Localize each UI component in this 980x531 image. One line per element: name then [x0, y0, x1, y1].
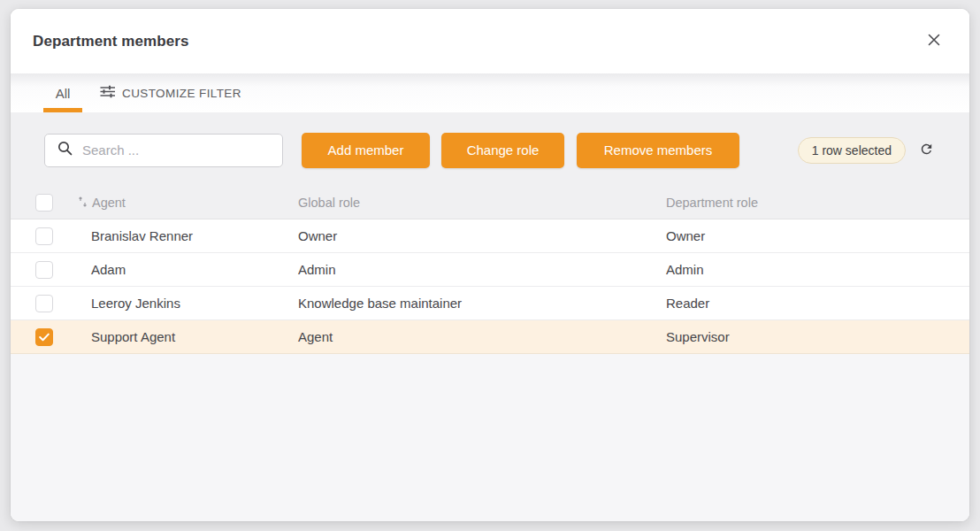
sort-icon [78, 196, 88, 210]
cell-agent: Branislav Renner [91, 228, 298, 243]
dialog-header: Department members [11, 9, 969, 73]
column-header-agent-label: Agent [92, 196, 126, 210]
add-member-button[interactable]: Add member [302, 133, 430, 168]
remove-members-button[interactable]: Remove members [577, 133, 739, 168]
cell-global-role: Owner [298, 228, 666, 243]
row-checkbox[interactable] [35, 328, 53, 346]
tune-icon [100, 85, 115, 101]
table-row[interactable]: Adam Admin Admin [11, 253, 969, 287]
select-all-checkbox[interactable] [35, 194, 53, 212]
toolbar-area: Add member Change role Remove members 1 … [11, 112, 969, 186]
change-role-button[interactable]: Change role [441, 133, 564, 168]
cell-agent: Support Agent [91, 329, 298, 344]
cell-department-role: Supervisor [666, 329, 969, 344]
table-row[interactable]: Branislav Renner Owner Owner [11, 219, 969, 253]
search-icon [57, 140, 73, 160]
cell-global-role: Agent [298, 329, 666, 344]
refresh-button[interactable] [916, 141, 936, 160]
dialog-title: Department members [33, 33, 189, 50]
cell-department-role: Owner [666, 228, 969, 243]
cell-department-role: Admin [666, 262, 969, 277]
column-header-department-role: Department role [666, 196, 969, 210]
table-empty-area [11, 354, 969, 521]
department-members-dialog: Department members All CUSTOMIZE FILTER [11, 9, 969, 521]
table-body: Branislav Renner Owner Owner Adam Admin … [11, 219, 969, 354]
row-checkbox[interactable] [35, 227, 53, 245]
cell-department-role: Reader [666, 296, 969, 311]
row-checkbox[interactable] [35, 295, 53, 312]
table-row[interactable]: Leeroy Jenkins Knowledge base maintainer… [11, 287, 969, 320]
search-input[interactable] [82, 142, 273, 158]
column-header-agent[interactable]: Agent [78, 196, 298, 210]
row-checkbox[interactable] [35, 261, 53, 279]
cell-agent: Leeroy Jenkins [91, 296, 298, 311]
tab-all[interactable]: All [43, 73, 82, 112]
tab-customize-filter-label: CUSTOMIZE FILTER [122, 87, 241, 100]
table-row[interactable]: Support Agent Agent Supervisor [11, 320, 969, 354]
tab-bar: All CUSTOMIZE FILTER [11, 73, 969, 112]
tab-customize-filter[interactable]: CUSTOMIZE FILTER [95, 73, 247, 112]
close-button[interactable] [922, 29, 946, 54]
close-icon [926, 32, 942, 50]
tab-all-label: All [56, 86, 71, 101]
column-header-global-role: Global role [298, 196, 666, 210]
cell-global-role: Admin [298, 262, 666, 277]
refresh-icon [919, 142, 934, 159]
cell-global-role: Knowledge base maintainer [298, 296, 666, 311]
table-header: Agent Global role Department role [11, 186, 969, 219]
cell-agent: Adam [91, 262, 298, 277]
selection-badge: 1 row selected [798, 137, 906, 164]
search-box [44, 134, 283, 167]
